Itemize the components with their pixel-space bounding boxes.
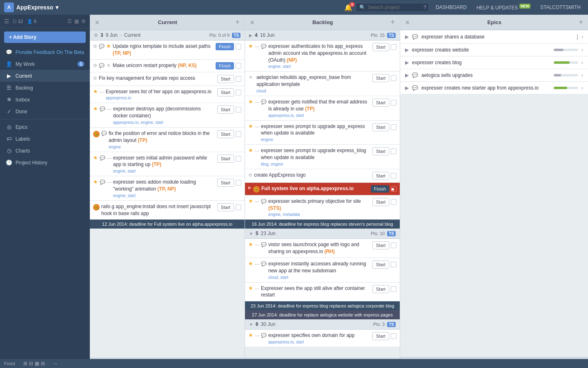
sprint-5-ts[interactable]: TS (387, 231, 396, 236)
epic-chevron[interactable]: › (581, 72, 583, 78)
epic-chevron[interactable]: › (581, 85, 583, 91)
card-comment-icon[interactable]: 💬 (101, 131, 107, 136)
story-card[interactable]: ⚙ 💬 ★ Update nginx template to include a… (90, 40, 245, 60)
sidebar-item-my-work[interactable]: 👤 My Work 1 (0, 58, 90, 70)
user-btn[interactable]: STALCOTTSMITH (537, 3, 584, 12)
start-btn[interactable]: Start (217, 130, 234, 138)
sidebar-item-icebox[interactable]: ❄ Icebox (0, 94, 90, 105)
start-btn[interactable]: Start (372, 147, 389, 155)
card-star[interactable]: ★ (248, 241, 253, 247)
sprint-6-header[interactable]: ▼ 6 30 Jun Pts: 3 TS (245, 319, 400, 330)
card-gear-icon[interactable]: ⚙ (248, 173, 252, 178)
card-star[interactable]: ★ (106, 62, 111, 68)
card-checkbox[interactable] (236, 204, 241, 210)
start-btn[interactable]: Start (372, 74, 389, 82)
card-star[interactable]: ★ (248, 147, 253, 153)
backlog-add-btn[interactable]: + (390, 18, 395, 27)
finish-btn[interactable]: Finish (216, 43, 234, 50)
card-checkbox[interactable] (391, 75, 396, 81)
story-card[interactable]: ★ 💬 — expresser sees addon module loadin… (90, 176, 245, 201)
add-story-button[interactable]: + Add Story (4, 31, 86, 43)
sprint-4-header[interactable]: ▶ 4 16 Jun Pts: 15 TS (245, 30, 400, 40)
sprint-3-gear[interactable]: ⚙ (94, 33, 98, 38)
finish-btn[interactable]: Finish (371, 185, 389, 193)
app-logo[interactable]: A AppExpresso ▾ (4, 2, 58, 12)
epic-expand-icon[interactable]: ▶ (405, 34, 409, 40)
card-checkbox[interactable] (391, 44, 396, 50)
epics-close-btn[interactable]: ✕ (405, 19, 410, 26)
story-card-highlighted[interactable]: ▶ 🐛 Full system live on alpha.appexpress… (245, 183, 400, 195)
card-gear-icon[interactable]: ⚙ (93, 76, 97, 81)
sidebar-item-backlog[interactable]: ☰ Backlog (0, 82, 90, 94)
card-star[interactable]: ★ (93, 88, 98, 94)
epic-expand-icon[interactable]: ▶ (405, 72, 409, 78)
card-checkbox[interactable]: ■ (391, 186, 396, 192)
collapse-btn[interactable]: ↔ (53, 361, 58, 366)
story-card[interactable]: ⚙ Fix key management for private repo ac… (90, 72, 245, 86)
card-star[interactable]: ★ (93, 179, 98, 185)
story-card[interactable]: ★ — 💬 expresser specifies own domain for… (245, 330, 400, 347)
card-checkbox[interactable] (391, 199, 396, 205)
card-checkbox[interactable] (391, 333, 396, 339)
start-btn[interactable]: Start (217, 155, 234, 163)
view-btn-1[interactable]: ⊞ (23, 361, 27, 366)
sprint-5-header[interactable]: ▼ 5 23 Jun Pts: 10 TS (245, 229, 400, 239)
search-box[interactable]: 🔍 ? (356, 3, 429, 12)
sidebar-item-labels[interactable]: 🏷 Labels (0, 133, 90, 145)
start-btn[interactable]: Start (217, 105, 234, 114)
story-card[interactable]: ★ — 💬 expresser authenticates to his app… (245, 40, 400, 72)
card-checkbox[interactable] (391, 100, 396, 105)
sprint-4-ts[interactable]: TS (387, 33, 396, 38)
card-star[interactable]: ★ (248, 332, 253, 338)
card-star[interactable]: ★ (248, 43, 253, 49)
epic-chevron[interactable]: › (581, 34, 583, 40)
epic-chevron[interactable]: › (581, 47, 583, 53)
card-star[interactable]: ★ (106, 43, 111, 49)
card-checkbox[interactable] (391, 286, 396, 292)
start-btn[interactable]: Start (217, 88, 234, 96)
card-comment-icon[interactable]: 💬 (261, 199, 267, 204)
card-gear-icon[interactable]: ⚙ (93, 44, 97, 49)
story-card[interactable]: 🐛 rails g app_engine:install does not in… (90, 201, 245, 220)
backlog-close-btn[interactable]: ✕ (250, 19, 255, 26)
card-star[interactable]: ★ (248, 99, 253, 105)
card-checkbox[interactable] (236, 131, 241, 137)
sprint-6-chevron[interactable]: ▼ (249, 322, 253, 327)
card-checkbox[interactable] (391, 148, 396, 154)
card-checkbox[interactable] (236, 76, 241, 82)
start-btn[interactable]: Start (372, 172, 389, 180)
sprint-chevron-icon[interactable]: ▶ (248, 185, 252, 190)
card-star[interactable]: ★ (93, 105, 98, 112)
card-comment-icon[interactable]: 💬 (100, 155, 105, 161)
card-star[interactable]: ★ (248, 198, 253, 204)
story-card[interactable]: ★ 💬 — expresser sets initial admin passw… (90, 152, 245, 177)
sprint-4-chevron[interactable]: ▶ (249, 33, 252, 38)
epic-item[interactable]: ▶ expresser creates website › (400, 44, 588, 56)
card-checkbox[interactable] (236, 44, 241, 49)
epic-expand-icon[interactable]: ▶ (405, 60, 409, 65)
card-star[interactable]: ★ (248, 74, 253, 80)
dashboard-btn[interactable]: DASHBOARD (432, 3, 470, 12)
help-updates-btn[interactable]: HELP & UPDATES NEW (473, 2, 534, 12)
card-comment-icon[interactable]: 💬 (261, 99, 267, 105)
sprint-6-ts[interactable]: TS (387, 322, 396, 327)
view-btn-4[interactable]: ⊞ (41, 361, 45, 366)
story-card[interactable]: ★ — 💬 expresser gets notified that the e… (245, 96, 400, 121)
story-card[interactable]: ★ — 💬 vistor sees launchrock page with l… (245, 239, 400, 258)
current-add-btn[interactable]: + (235, 18, 240, 27)
start-btn[interactable]: Start (372, 198, 389, 206)
grid-view-btn[interactable]: ▦ (74, 18, 79, 24)
sidebar-item-epics[interactable]: ◎ Epics (0, 121, 90, 133)
card-comment-icon[interactable]: 💬 (261, 333, 267, 338)
story-card[interactable]: ★ — expresser sees prompt to upgrade exp… (245, 145, 400, 169)
start-btn[interactable]: Start (372, 43, 389, 51)
search-input[interactable] (368, 4, 421, 10)
start-btn[interactable]: Start (372, 123, 389, 131)
start-btn[interactable]: Start (217, 75, 234, 83)
card-star[interactable]: ★ (248, 260, 253, 267)
hamburger-icon[interactable]: ☰ (4, 18, 9, 25)
story-card[interactable]: ⚙ 💬 ★ Make unicorn restart properly (NP,… (90, 60, 245, 72)
card-checkbox[interactable] (236, 180, 241, 186)
sidebar-item-current[interactable]: ▶ Current (0, 70, 90, 82)
story-card[interactable]: ★ — Expresser sees the app still alive a… (245, 283, 400, 302)
